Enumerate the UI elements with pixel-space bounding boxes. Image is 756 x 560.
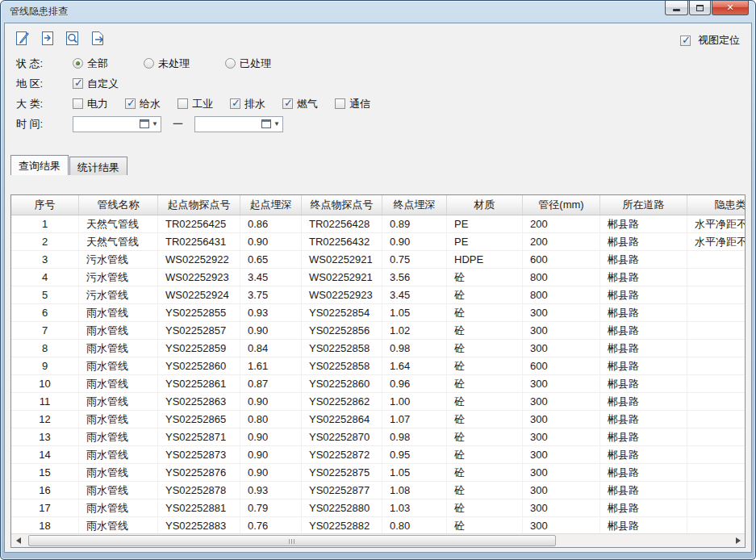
status-radio-all[interactable] bbox=[73, 58, 83, 69]
scroll-left-button[interactable] bbox=[11, 534, 25, 547]
table-cell: 0.90 bbox=[382, 233, 447, 250]
close-button[interactable]: ✕ bbox=[712, 1, 749, 15]
column-header-material[interactable]: 材质 bbox=[447, 195, 523, 215]
scroll-right-button[interactable] bbox=[731, 534, 745, 547]
column-header-road[interactable]: 所在道路 bbox=[600, 195, 687, 215]
column-header-end-depth[interactable]: 终点埋深 bbox=[382, 195, 447, 215]
table-cell bbox=[687, 428, 745, 445]
table-cell: 0.96 bbox=[382, 375, 447, 392]
time-to-datepicker[interactable]: ▼ bbox=[194, 116, 283, 132]
table-row[interactable]: 17雨水管线YS022528810.79YS022528801.03砼300郴县… bbox=[11, 499, 745, 517]
category-checkbox-telecom[interactable] bbox=[335, 98, 345, 109]
table-cell: 砼 bbox=[447, 464, 523, 481]
horizontal-scrollbar[interactable] bbox=[11, 533, 745, 547]
time-range: ▼ 一 ▼ bbox=[73, 116, 283, 132]
region-custom-checkbox[interactable] bbox=[73, 78, 83, 89]
table-cell: TR02256428 bbox=[302, 215, 382, 232]
import-document-button[interactable] bbox=[38, 29, 57, 48]
table-row[interactable]: 14雨水管线YS022528730.90YS022528720.95砼300郴县… bbox=[11, 446, 745, 464]
column-header-hazard-type[interactable]: 隐患类别 bbox=[687, 195, 746, 215]
column-header-pipeline-name[interactable]: 管线名称 bbox=[79, 195, 158, 215]
table-cell: YS02252877 bbox=[302, 482, 382, 499]
time-from-datepicker[interactable]: ▼ bbox=[73, 116, 161, 132]
column-header-end-point-id[interactable]: 终点物探点号 bbox=[302, 195, 382, 215]
table-cell: 砼 bbox=[447, 375, 523, 392]
table-cell: 1.02 bbox=[382, 322, 447, 339]
table-row[interactable]: 13雨水管线YS022528710.90YS022528700.98砼300郴县… bbox=[11, 428, 745, 446]
table-cell: 雨水管线 bbox=[79, 357, 158, 374]
table-row[interactable]: 9雨水管线YS022528601.61YS022528581.64砼600郴县路 bbox=[11, 357, 745, 375]
table-cell: 10 bbox=[11, 375, 79, 392]
table-cell: 0.90 bbox=[240, 322, 302, 339]
table-cell: 300 bbox=[523, 499, 600, 516]
table-cell: 1.05 bbox=[382, 304, 447, 321]
table-cell: 300 bbox=[523, 411, 600, 428]
table-cell: 200 bbox=[523, 233, 600, 250]
category-checkbox-gas[interactable] bbox=[282, 98, 293, 109]
region-label: 地 区: bbox=[16, 77, 68, 91]
table-row[interactable]: 12雨水管线YS022528650.80YS022528641.07砼300郴县… bbox=[11, 411, 745, 428]
category-checkbox-drainage[interactable] bbox=[230, 98, 240, 109]
table-cell: YS02252856 bbox=[302, 322, 382, 339]
table-cell bbox=[687, 393, 745, 410]
table-cell: WS02252923 bbox=[158, 269, 240, 286]
column-header-diameter[interactable]: 管径(mm) bbox=[523, 195, 600, 215]
tab-statistics-results-label: 统计结果 bbox=[77, 161, 119, 173]
status-radio-handled[interactable] bbox=[225, 58, 236, 69]
maximize-button[interactable] bbox=[689, 1, 711, 15]
edit-document-icon bbox=[14, 30, 31, 48]
table-cell: 郴县路 bbox=[600, 428, 687, 445]
view-locate-checkbox[interactable] bbox=[680, 36, 691, 46]
table-row[interactable]: 15雨水管线YS022528760.90YS022528751.05砼300郴县… bbox=[11, 464, 745, 482]
view-locate-label: 视图定位 bbox=[698, 33, 740, 48]
status-radio-unhandled[interactable] bbox=[144, 58, 154, 69]
table-cell: 砼 bbox=[447, 269, 523, 286]
titlebar[interactable]: 管线隐患排查 ✕ bbox=[1, 1, 755, 23]
table-cell: 郴县路 bbox=[600, 375, 687, 392]
table-cell: YS02252881 bbox=[158, 499, 240, 516]
status-label: 状 态: bbox=[16, 56, 68, 71]
table-row[interactable]: 11雨水管线YS022528630.90YS022528621.00砼300郴县… bbox=[11, 393, 745, 411]
table-row[interactable]: 8雨水管线YS022528590.84YS022528580.98砼300郴县路 bbox=[11, 340, 745, 357]
table-row[interactable]: 6雨水管线YS022528550.93YS022528541.05砼300郴县路 bbox=[11, 304, 745, 322]
table-cell: 郴县路 bbox=[600, 215, 687, 232]
scroll-right-icon bbox=[736, 537, 741, 544]
table-row[interactable]: 5污水管线WS022529243.75WS022529233.45砼800郴县路 bbox=[11, 286, 745, 304]
table-cell: 砼 bbox=[447, 482, 523, 499]
tab-query-results[interactable]: 查询结果 bbox=[10, 155, 69, 175]
table-cell: 300 bbox=[523, 517, 600, 533]
table-cell: TR02256432 bbox=[302, 233, 382, 250]
table-cell: 0.79 bbox=[240, 499, 302, 516]
table-row[interactable]: 3污水管线WS022529220.65WS022529210.75HDPE600… bbox=[11, 251, 745, 269]
minimize-button[interactable] bbox=[665, 1, 688, 15]
minimize-icon bbox=[673, 9, 680, 11]
table-cell: 砼 bbox=[447, 340, 523, 357]
table-row[interactable]: 1天然气管线TR022564250.86TR022564280.89PE200郴… bbox=[11, 215, 745, 233]
category-checkbox-water-supply[interactable] bbox=[125, 98, 136, 109]
category-checkbox-industry[interactable] bbox=[178, 98, 188, 109]
category-gas-label: 燃气 bbox=[297, 97, 318, 111]
export-document-icon bbox=[89, 30, 107, 48]
table-cell: 0.86 bbox=[240, 215, 302, 232]
edit-document-button[interactable] bbox=[13, 29, 32, 48]
column-header-start-depth[interactable]: 起点埋深 bbox=[240, 195, 302, 215]
table-row[interactable]: 18雨水管线YS022528830.76YS022528820.80砼300郴县… bbox=[11, 517, 745, 533]
table-cell: YS02252863 bbox=[158, 393, 240, 410]
scrollbar-thumb[interactable] bbox=[28, 535, 556, 546]
table-row[interactable]: 10雨水管线YS022528610.87YS022528600.96砼300郴县… bbox=[11, 375, 745, 393]
table-row[interactable]: 16雨水管线YS022528780.93YS022528771.08砼300郴县… bbox=[11, 482, 745, 499]
export-document-button[interactable] bbox=[88, 29, 107, 48]
table-cell: 0.80 bbox=[240, 411, 302, 428]
column-header-index[interactable]: 序号 bbox=[11, 195, 79, 215]
table-cell: WS02252923 bbox=[302, 286, 382, 303]
table-row[interactable]: 4污水管线WS022529233.45WS022529213.56砼800郴县路 bbox=[11, 269, 745, 286]
search-document-button[interactable] bbox=[63, 29, 82, 48]
table-cell: 郴县路 bbox=[600, 357, 687, 374]
table-row[interactable]: 7雨水管线YS022528570.90YS022528561.02砼300郴县路 bbox=[11, 322, 745, 340]
category-checkbox-power[interactable] bbox=[73, 98, 83, 109]
column-header-start-point-id[interactable]: 起点物探点号 bbox=[158, 195, 240, 215]
table-row[interactable]: 2天然气管线TR022564310.90TR022564320.90PE200郴… bbox=[11, 233, 745, 251]
table-cell bbox=[687, 411, 745, 428]
category-option-industry: 工业 bbox=[178, 97, 213, 111]
tab-statistics-results[interactable]: 统计结果 bbox=[69, 157, 127, 175]
